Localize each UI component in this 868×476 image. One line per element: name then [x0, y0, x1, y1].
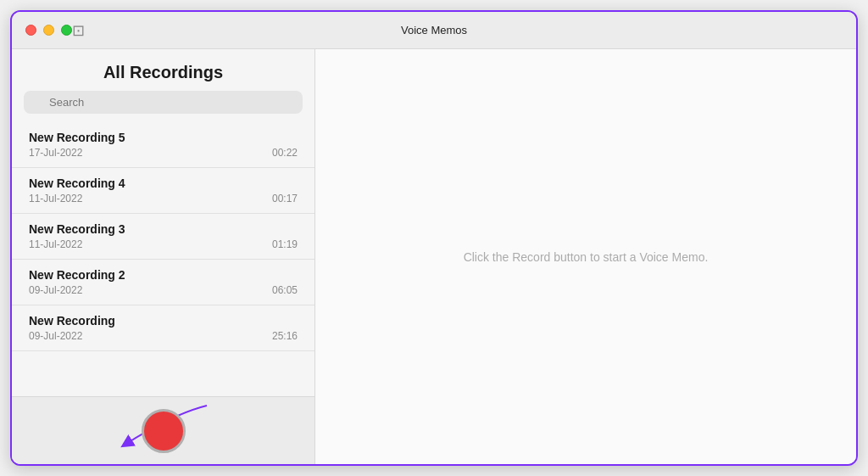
- recording-duration: 06:05: [272, 284, 298, 296]
- sidebar-header: All Recordings: [12, 49, 314, 91]
- window-body: All Recordings 🔍 New Recording 5 17-Jul-…: [12, 49, 856, 464]
- recording-meta: 09-Jul-2022 06:05: [29, 284, 298, 296]
- recording-title: New Recording 3: [29, 222, 298, 236]
- sidebar-toggle-button[interactable]: ⊡: [72, 21, 85, 40]
- list-item[interactable]: New Recording 2 09-Jul-2022 06:05: [12, 260, 314, 305]
- recording-title: New Recording: [29, 314, 298, 328]
- recording-meta: 09-Jul-2022 25:16: [29, 330, 298, 342]
- record-button[interactable]: [142, 409, 186, 453]
- main-placeholder-text: Click the Record button to start a Voice…: [464, 250, 709, 264]
- list-item[interactable]: New Recording 09-Jul-2022 25:16: [12, 305, 314, 351]
- traffic-lights: [25, 25, 72, 36]
- search-wrapper: 🔍: [24, 91, 303, 114]
- list-item[interactable]: New Recording 5 17-Jul-2022 00:22: [12, 122, 314, 168]
- recording-meta: 11-Jul-2022 00:17: [29, 193, 298, 204]
- recording-date: 09-Jul-2022: [29, 284, 82, 296]
- recording-meta: 17-Jul-2022 00:22: [29, 147, 298, 159]
- window-title: Voice Memos: [401, 24, 467, 36]
- main-content: Click the Record button to start a Voice…: [315, 49, 856, 464]
- recording-date: 17-Jul-2022: [29, 147, 82, 159]
- recording-meta: 11-Jul-2022 01:19: [29, 238, 298, 250]
- sidebar-footer: [12, 396, 314, 464]
- list-item[interactable]: New Recording 4 11-Jul-2022 00:17: [12, 168, 314, 214]
- recording-date: 11-Jul-2022: [29, 193, 82, 204]
- recording-date: 09-Jul-2022: [29, 330, 82, 342]
- recordings-list: New Recording 5 17-Jul-2022 00:22 New Re…: [12, 122, 314, 396]
- recording-title: New Recording 2: [29, 268, 298, 282]
- recording-title: New Recording 5: [29, 131, 298, 144]
- maximize-button[interactable]: [61, 25, 72, 36]
- search-input[interactable]: [24, 91, 303, 114]
- search-container: 🔍: [12, 91, 314, 122]
- recording-duration: 01:19: [272, 238, 298, 250]
- close-button[interactable]: [25, 25, 36, 36]
- arrow-indicator: [37, 397, 139, 464]
- minimize-button[interactable]: [43, 25, 54, 36]
- list-item[interactable]: New Recording 3 11-Jul-2022 01:19: [12, 214, 314, 260]
- sidebar: All Recordings 🔍 New Recording 5 17-Jul-…: [12, 49, 315, 464]
- titlebar: ⊡ Voice Memos: [12, 12, 856, 49]
- recording-duration: 00:17: [272, 193, 298, 204]
- recording-duration: 00:22: [272, 147, 298, 159]
- recording-duration: 25:16: [272, 330, 298, 342]
- app-window: ⊡ Voice Memos All Recordings 🔍 New Recor…: [10, 10, 858, 466]
- recording-title: New Recording 4: [29, 176, 298, 190]
- recording-date: 11-Jul-2022: [29, 238, 82, 250]
